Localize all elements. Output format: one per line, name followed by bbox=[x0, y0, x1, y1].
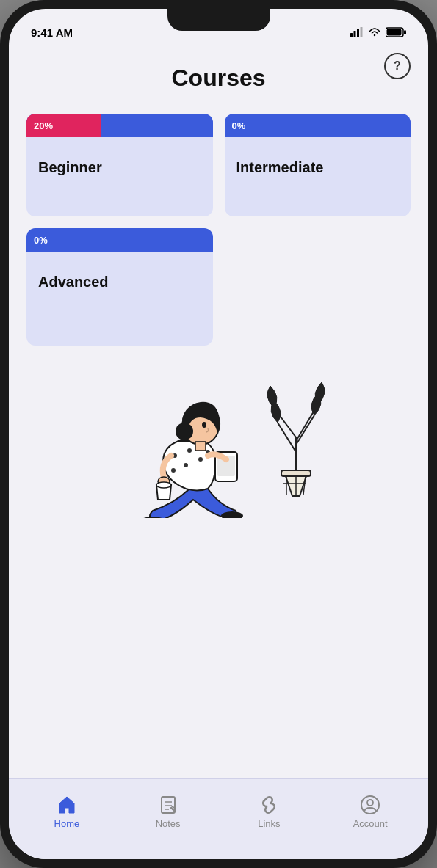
advanced-course-name: Advanced bbox=[26, 252, 213, 302]
account-icon bbox=[360, 795, 380, 815]
reading-illustration bbox=[87, 357, 351, 518]
help-button[interactable]: ? bbox=[384, 53, 411, 79]
nav-label-links: Links bbox=[258, 818, 280, 829]
svg-rect-5 bbox=[404, 30, 406, 34]
intermediate-progress-label: 0% bbox=[232, 120, 246, 131]
svg-rect-0 bbox=[350, 33, 353, 37]
advanced-progress-bar: 0% bbox=[26, 228, 213, 252]
course-card-advanced[interactable]: 0% Advanced bbox=[26, 228, 213, 346]
links-icon bbox=[259, 795, 279, 815]
notch bbox=[167, 9, 270, 31]
status-time: 9:41 AM bbox=[31, 26, 73, 39]
girl bbox=[140, 402, 243, 518]
course-card-beginner[interactable]: 20% Beginner bbox=[26, 114, 213, 216]
nav-label-account: Account bbox=[353, 818, 388, 829]
nav-item-account[interactable]: Account bbox=[319, 795, 421, 829]
notes-icon bbox=[158, 795, 178, 815]
svg-line-13 bbox=[278, 423, 296, 452]
nav-label-notes: Notes bbox=[156, 818, 181, 829]
phone-frame: 9:41 AM bbox=[0, 0, 437, 868]
illustration-area bbox=[26, 346, 411, 522]
svg-point-24 bbox=[176, 423, 193, 440]
nav-item-notes[interactable]: Notes bbox=[118, 795, 219, 829]
battery-icon bbox=[386, 27, 406, 37]
plant bbox=[267, 382, 325, 496]
beginner-progress-bar: 20% bbox=[26, 114, 213, 137]
page-title: Courses bbox=[26, 65, 411, 92]
svg-point-30 bbox=[156, 482, 171, 488]
wifi-icon bbox=[368, 27, 381, 37]
phone-screen: 9:41 AM bbox=[9, 9, 428, 859]
nav-item-links[interactable]: Links bbox=[219, 795, 320, 829]
svg-rect-26 bbox=[195, 442, 206, 451]
svg-point-25 bbox=[202, 422, 206, 428]
svg-point-18 bbox=[187, 448, 192, 453]
bottom-nav: Home Notes bbox=[9, 778, 428, 859]
beginner-progress-label: 20% bbox=[34, 120, 53, 131]
svg-rect-6 bbox=[387, 29, 402, 36]
svg-point-19 bbox=[184, 463, 188, 467]
signal-icon bbox=[350, 27, 364, 37]
status-icons bbox=[350, 27, 406, 37]
intermediate-progress-bar: 0% bbox=[225, 114, 411, 137]
svg-rect-1 bbox=[354, 31, 356, 37]
course-card-intermediate[interactable]: 0% Intermediate bbox=[225, 114, 411, 216]
courses-grid-top: 20% Beginner 0% Intermediate bbox=[26, 114, 411, 216]
main-content: ? Courses 20% Beginner 0% Interm bbox=[9, 45, 428, 778]
svg-point-20 bbox=[198, 457, 203, 462]
nav-item-home[interactable]: Home bbox=[16, 795, 118, 829]
home-icon bbox=[57, 795, 77, 815]
svg-point-21 bbox=[171, 468, 176, 473]
advanced-progress-label: 0% bbox=[34, 235, 48, 246]
svg-rect-3 bbox=[361, 27, 363, 37]
intermediate-course-name: Intermediate bbox=[225, 137, 411, 188]
nav-label-home: Home bbox=[54, 818, 80, 829]
svg-line-14 bbox=[296, 415, 314, 445]
svg-point-38 bbox=[367, 800, 373, 806]
beginner-course-name: Beginner bbox=[26, 137, 213, 188]
svg-rect-2 bbox=[357, 29, 359, 37]
